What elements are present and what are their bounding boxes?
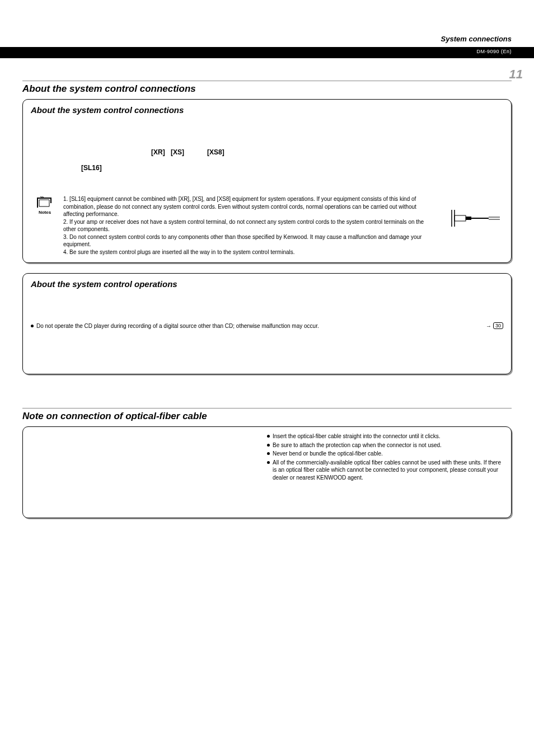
model-code: DM-9090 (En) [476, 49, 512, 54]
terminal-illustration [449, 210, 500, 229]
mark-xr: [XR] [151, 148, 165, 156]
mark-xs: [XS] [171, 148, 184, 156]
optical-notes: Insert the optical-fiber cable straight … [267, 433, 503, 511]
panel3-heading: Note on connection of optical-fiber cabl… [22, 411, 512, 422]
optical-fiber-panel: Insert the optical-fiber cable straight … [22, 426, 512, 518]
page-ref-number: 30 [493, 322, 503, 329]
notes-label: Notes [39, 210, 51, 215]
main-heading: About the system control connections [22, 83, 512, 95]
panel2-title: About the system control operations [31, 279, 503, 289]
notes-icon: Notes [31, 195, 59, 215]
arrow-icon: → [486, 323, 491, 329]
bullet-dot [267, 444, 270, 447]
bullet-dot [267, 461, 270, 464]
opt-bullet-4: All of the commercially-available optica… [273, 459, 503, 482]
bullet-dot [31, 325, 34, 327]
page-ref: → 30 [486, 322, 503, 329]
note-2: 2. If your amp or receiver does not have… [63, 218, 425, 233]
panel1-title: About the system control connections [31, 105, 503, 115]
bullet-dot [267, 452, 270, 455]
note-4: 4. Be sure the system control plugs are … [63, 248, 425, 256]
note-1: 1. [SL16] equipment cannot be combined w… [63, 195, 425, 218]
opt-bullet-2: Be sure to attach the protection cap whe… [273, 442, 503, 449]
svg-rect-3 [466, 217, 471, 220]
divider [22, 81, 512, 81]
header-bar: DM-9090 (En) [0, 47, 534, 58]
opt-bullet-1: Insert the optical-fiber cable straight … [273, 433, 503, 440]
opt-bullet-3: Never bend or bundle the optical-fiber c… [273, 450, 503, 458]
marks-row: [XR] [XS] [XS8] [SL16] [31, 148, 503, 157]
mark-sl16: [SL16] [81, 164, 102, 172]
page-number: 11 [509, 67, 523, 82]
notes-text: 1. [SL16] equipment cannot be combined w… [63, 195, 503, 256]
system-control-operations-panel: About the system control operations Do n… [22, 273, 512, 374]
ops-bullet-text: Do not operate the CD player during reco… [36, 323, 319, 329]
divider [22, 408, 512, 408]
header-section: System connections [441, 35, 512, 43]
svg-rect-2 [455, 215, 466, 221]
system-control-connections-panel: About the system control connections [XR… [22, 99, 512, 263]
bullet-dot [267, 435, 270, 438]
optical-illustration-area [31, 433, 267, 511]
mark-xs8: [XS8] [207, 148, 224, 156]
note-3: 3. Do not connect system control cords t… [63, 233, 425, 248]
